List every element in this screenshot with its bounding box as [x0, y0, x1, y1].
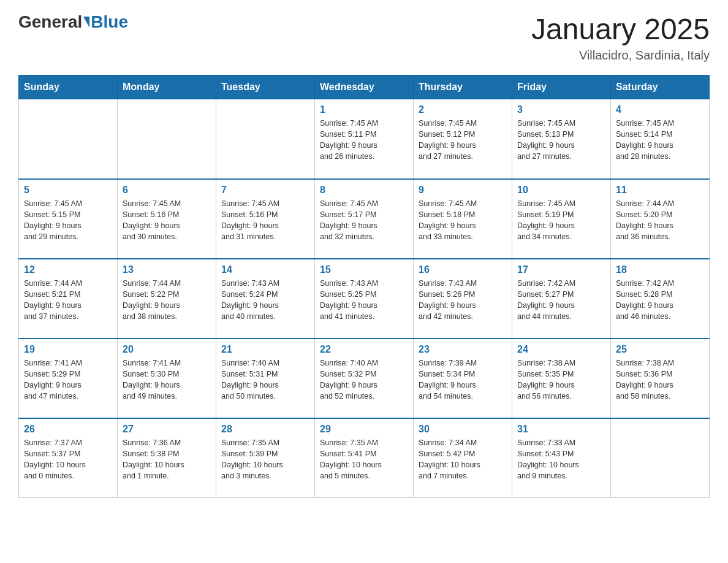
- day-number: 27: [123, 424, 211, 435]
- day-number: 1: [320, 104, 408, 115]
- logo-triangle-icon: [83, 17, 89, 28]
- calendar-header-row: SundayMondayTuesdayWednesdayThursdayFrid…: [19, 75, 710, 99]
- calendar-table: SundayMondayTuesdayWednesdayThursdayFrid…: [18, 75, 710, 498]
- day-number: 10: [517, 185, 605, 196]
- day-info: Sunrise: 7:38 AM Sunset: 5:35 PM Dayligh…: [517, 358, 605, 402]
- day-info: Sunrise: 7:45 AM Sunset: 5:13 PM Dayligh…: [517, 118, 605, 163]
- day-number: 25: [616, 344, 704, 355]
- weekday-header-monday: Monday: [118, 75, 216, 99]
- day-number: 28: [221, 424, 309, 435]
- day-number: 5: [24, 185, 112, 196]
- day-number: 13: [123, 264, 211, 275]
- month-title: January 2025: [531, 12, 710, 46]
- day-info: Sunrise: 7:40 AM Sunset: 5:31 PM Dayligh…: [221, 358, 309, 402]
- weekday-header-saturday: Saturday: [611, 75, 710, 99]
- day-info: Sunrise: 7:41 AM Sunset: 5:30 PM Dayligh…: [123, 358, 211, 402]
- day-info: Sunrise: 7:45 AM Sunset: 5:14 PM Dayligh…: [616, 118, 704, 163]
- calendar-cell: 5Sunrise: 7:45 AM Sunset: 5:15 PM Daylig…: [19, 179, 118, 259]
- calendar-cell: 6Sunrise: 7:45 AM Sunset: 5:16 PM Daylig…: [118, 179, 216, 259]
- logo-blue-text: Blue: [91, 12, 128, 32]
- day-number: 11: [616, 185, 704, 196]
- day-number: 21: [221, 344, 309, 355]
- day-info: Sunrise: 7:44 AM Sunset: 5:20 PM Dayligh…: [616, 198, 704, 243]
- day-info: Sunrise: 7:35 AM Sunset: 5:39 PM Dayligh…: [221, 437, 309, 482]
- calendar-week-row: 26Sunrise: 7:37 AM Sunset: 5:37 PM Dayli…: [19, 418, 710, 498]
- day-number: 20: [123, 344, 211, 355]
- day-info: Sunrise: 7:35 AM Sunset: 5:41 PM Dayligh…: [320, 437, 408, 482]
- calendar-cell: 7Sunrise: 7:45 AM Sunset: 5:16 PM Daylig…: [216, 179, 315, 259]
- calendar-cell: 23Sunrise: 7:39 AM Sunset: 5:34 PM Dayli…: [414, 339, 512, 418]
- day-info: Sunrise: 7:33 AM Sunset: 5:43 PM Dayligh…: [517, 437, 605, 482]
- calendar-week-row: 19Sunrise: 7:41 AM Sunset: 5:29 PM Dayli…: [19, 339, 710, 418]
- day-info: Sunrise: 7:40 AM Sunset: 5:32 PM Dayligh…: [320, 358, 408, 402]
- day-number: 19: [24, 344, 112, 355]
- day-info: Sunrise: 7:44 AM Sunset: 5:22 PM Dayligh…: [123, 278, 211, 323]
- day-number: 7: [221, 185, 309, 196]
- day-info: Sunrise: 7:34 AM Sunset: 5:42 PM Dayligh…: [419, 437, 507, 482]
- calendar-cell: 30Sunrise: 7:34 AM Sunset: 5:42 PM Dayli…: [414, 418, 512, 498]
- day-number: 23: [419, 344, 507, 355]
- day-info: Sunrise: 7:41 AM Sunset: 5:29 PM Dayligh…: [24, 358, 112, 402]
- day-info: Sunrise: 7:45 AM Sunset: 5:16 PM Dayligh…: [221, 198, 309, 243]
- day-info: Sunrise: 7:45 AM Sunset: 5:11 PM Dayligh…: [320, 118, 408, 163]
- calendar-cell: 3Sunrise: 7:45 AM Sunset: 5:13 PM Daylig…: [512, 99, 611, 179]
- calendar-cell: [19, 99, 118, 179]
- calendar-cell: 13Sunrise: 7:44 AM Sunset: 5:22 PM Dayli…: [118, 259, 216, 339]
- day-number: 30: [419, 424, 507, 435]
- logo: General Blue: [18, 12, 128, 32]
- calendar-cell: 26Sunrise: 7:37 AM Sunset: 5:37 PM Dayli…: [19, 418, 118, 498]
- weekday-header-friday: Friday: [512, 75, 611, 99]
- day-number: 24: [517, 344, 605, 355]
- day-number: 16: [419, 264, 507, 275]
- day-info: Sunrise: 7:45 AM Sunset: 5:17 PM Dayligh…: [320, 198, 408, 243]
- day-number: 17: [517, 264, 605, 275]
- calendar-cell: 18Sunrise: 7:42 AM Sunset: 5:28 PM Dayli…: [611, 259, 710, 339]
- day-info: Sunrise: 7:44 AM Sunset: 5:21 PM Dayligh…: [24, 278, 112, 323]
- day-info: Sunrise: 7:43 AM Sunset: 5:25 PM Dayligh…: [320, 278, 408, 323]
- day-number: 3: [517, 104, 605, 115]
- page-header: General Blue January 2025 Villacidro, Sa…: [18, 12, 710, 63]
- weekday-header-sunday: Sunday: [19, 75, 118, 99]
- day-info: Sunrise: 7:36 AM Sunset: 5:38 PM Dayligh…: [123, 437, 211, 482]
- calendar-cell: [118, 99, 216, 179]
- calendar-cell: [216, 99, 315, 179]
- day-number: 14: [221, 264, 309, 275]
- day-number: 22: [320, 344, 408, 355]
- calendar-cell: 28Sunrise: 7:35 AM Sunset: 5:39 PM Dayli…: [216, 418, 315, 498]
- day-info: Sunrise: 7:43 AM Sunset: 5:24 PM Dayligh…: [221, 278, 309, 323]
- calendar-cell: 22Sunrise: 7:40 AM Sunset: 5:32 PM Dayli…: [315, 339, 414, 418]
- logo-general-text: General: [18, 12, 82, 32]
- calendar-cell: 24Sunrise: 7:38 AM Sunset: 5:35 PM Dayli…: [512, 339, 611, 418]
- day-number: 9: [419, 185, 507, 196]
- day-info: Sunrise: 7:45 AM Sunset: 5:12 PM Dayligh…: [419, 118, 507, 163]
- calendar-cell: 8Sunrise: 7:45 AM Sunset: 5:17 PM Daylig…: [315, 179, 414, 259]
- day-number: 12: [24, 264, 112, 275]
- day-info: Sunrise: 7:38 AM Sunset: 5:36 PM Dayligh…: [616, 358, 704, 402]
- calendar-cell: 10Sunrise: 7:45 AM Sunset: 5:19 PM Dayli…: [512, 179, 611, 259]
- day-info: Sunrise: 7:45 AM Sunset: 5:15 PM Dayligh…: [24, 198, 112, 243]
- calendar-cell: 11Sunrise: 7:44 AM Sunset: 5:20 PM Dayli…: [611, 179, 710, 259]
- calendar-cell: 16Sunrise: 7:43 AM Sunset: 5:26 PM Dayli…: [414, 259, 512, 339]
- day-info: Sunrise: 7:42 AM Sunset: 5:27 PM Dayligh…: [517, 278, 605, 323]
- location-text: Villacidro, Sardinia, Italy: [531, 48, 710, 63]
- calendar-cell: 17Sunrise: 7:42 AM Sunset: 5:27 PM Dayli…: [512, 259, 611, 339]
- day-number: 4: [616, 104, 704, 115]
- calendar-cell: 2Sunrise: 7:45 AM Sunset: 5:12 PM Daylig…: [414, 99, 512, 179]
- calendar-week-row: 1Sunrise: 7:45 AM Sunset: 5:11 PM Daylig…: [19, 99, 710, 179]
- weekday-header-thursday: Thursday: [414, 75, 512, 99]
- calendar-cell: [611, 418, 710, 498]
- day-info: Sunrise: 7:45 AM Sunset: 5:19 PM Dayligh…: [517, 198, 605, 243]
- calendar-week-row: 12Sunrise: 7:44 AM Sunset: 5:21 PM Dayli…: [19, 259, 710, 339]
- day-number: 15: [320, 264, 408, 275]
- calendar-cell: 15Sunrise: 7:43 AM Sunset: 5:25 PM Dayli…: [315, 259, 414, 339]
- day-info: Sunrise: 7:43 AM Sunset: 5:26 PM Dayligh…: [419, 278, 507, 323]
- day-number: 18: [616, 264, 704, 275]
- calendar-cell: 12Sunrise: 7:44 AM Sunset: 5:21 PM Dayli…: [19, 259, 118, 339]
- calendar-cell: 19Sunrise: 7:41 AM Sunset: 5:29 PM Dayli…: [19, 339, 118, 418]
- day-number: 2: [419, 104, 507, 115]
- calendar-cell: 29Sunrise: 7:35 AM Sunset: 5:41 PM Dayli…: [315, 418, 414, 498]
- calendar-cell: 21Sunrise: 7:40 AM Sunset: 5:31 PM Dayli…: [216, 339, 315, 418]
- weekday-header-tuesday: Tuesday: [216, 75, 315, 99]
- day-number: 29: [320, 424, 408, 435]
- day-number: 8: [320, 185, 408, 196]
